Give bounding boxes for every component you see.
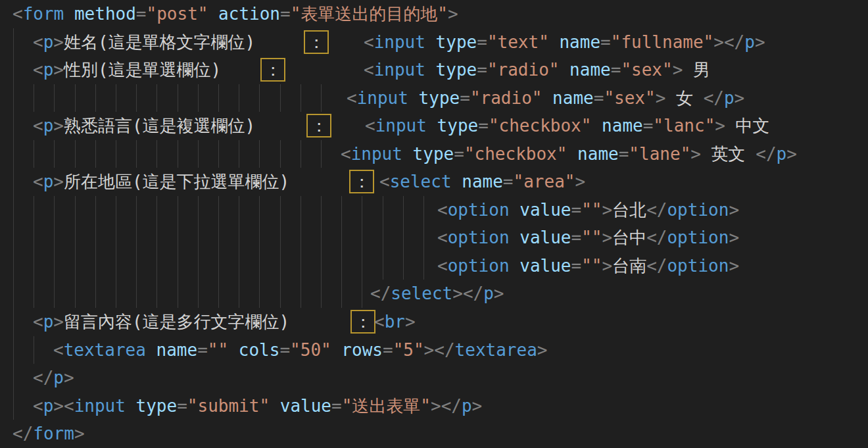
token-pun: = — [177, 396, 187, 416]
token-str: "送出表單" — [342, 396, 431, 416]
token-tag: p — [43, 32, 54, 52]
indent-guides — [13, 392, 14, 420]
code-line-9[interactable]: <option value="">台中</option> — [0, 224, 868, 252]
token-str: "sex" — [604, 88, 655, 108]
token-txt: 中文 — [725, 116, 770, 136]
token-pun: = — [197, 340, 208, 360]
code-line-4[interactable]: <input type="radio" name="sex"> 女 </p> — [0, 84, 868, 112]
token-pun: = — [643, 116, 654, 136]
code-line-16[interactable]: </form> — [0, 420, 868, 448]
token-txt: 姓名(這是單格文字欄位) — [64, 32, 255, 52]
token-txt: 性別(這是單選欄位) — [64, 60, 221, 80]
code-segment: <option value="">台中</option> — [437, 224, 739, 252]
token-txt: ： — [264, 60, 281, 80]
code-segment: <option value="">台北</option> — [437, 196, 739, 224]
token-pun: < — [347, 88, 357, 108]
code-segment: <textarea name="" cols="50" rows="5"></t… — [53, 336, 547, 364]
token-sp — [425, 60, 436, 80]
token-str: "area" — [514, 172, 575, 191]
token-pun: </ — [704, 88, 724, 108]
token-pun: > — [64, 368, 74, 387]
token-pun: < — [33, 312, 43, 332]
token-str: "text" — [487, 32, 549, 52]
token-txt: 女 — [665, 88, 703, 108]
token-tag: input — [374, 32, 425, 52]
indent-guides — [13, 308, 14, 336]
token-txt: 男 — [683, 60, 710, 80]
code-line-1[interactable]: <form method="post" action="表單送出的目的地"> — [0, 0, 868, 28]
code-line-10[interactable]: <option value="">台南</option> — [0, 252, 868, 280]
code-line-15[interactable]: <p><input type="submit" value="送出表單"></p… — [0, 392, 868, 420]
token-attr: type — [136, 396, 178, 416]
code-line-11[interactable]: </select></p> — [0, 280, 868, 308]
indent-guides — [13, 56, 14, 84]
token-pun: > — [602, 228, 612, 247]
token-pun: </ — [646, 256, 667, 276]
token-sp — [126, 396, 136, 416]
token-sp — [510, 200, 520, 220]
token-str: "post" — [147, 4, 208, 24]
token-attr: rows — [341, 340, 383, 360]
token-attr: name — [569, 60, 611, 80]
token-pun: < — [364, 32, 374, 52]
token-pun: = — [136, 4, 147, 24]
unicode-highlight-box: ： — [260, 58, 285, 82]
token-str: "checkbox" — [464, 144, 567, 164]
code-editor[interactable]: <form method="post" action="表單送出的目的地"><p… — [0, 0, 868, 448]
token-sp — [559, 60, 569, 80]
unicode-highlight-box: ： — [304, 30, 329, 54]
unicode-highlight-box: ： — [349, 170, 374, 193]
token-pun: = — [383, 340, 393, 360]
code-segment: </select></p> — [370, 280, 504, 308]
token-pun: < — [341, 144, 351, 164]
code-line-3[interactable]: <p>性別(這是單選欄位)：<input type="radio" name="… — [0, 56, 868, 84]
token-pun: = — [503, 172, 514, 191]
token-pun: > — [494, 284, 504, 303]
token-pun: = — [478, 116, 489, 136]
code-line-6[interactable]: <input type="checkbox" name="lane"> 英文 <… — [0, 140, 868, 168]
code-line-14[interactable]: </p> — [0, 364, 868, 392]
token-pun: </ — [441, 396, 462, 416]
code-segment: <input type="radio" name="sex"> 女 </p> — [347, 84, 744, 112]
token-sp — [270, 396, 280, 416]
token-pun: = — [600, 32, 611, 52]
token-tag: textarea — [64, 340, 146, 360]
code-line-12[interactable]: <p>留言內容(這是多行文字欄位)：<br> — [0, 308, 868, 336]
token-txt: 台北 — [612, 200, 646, 220]
token-pun: < — [33, 396, 43, 416]
token-pun: > — [729, 256, 739, 276]
token-attr: cols — [239, 340, 280, 360]
token-txt: 台中 — [612, 228, 646, 247]
token-str: "lanc" — [653, 116, 715, 136]
indent-guides — [13, 280, 363, 308]
code-line-7[interactable]: <p>所在地區(這是下拉選單欄位)：<select name="area"> — [0, 168, 868, 196]
token-tag: option — [448, 200, 510, 220]
token-attr: value — [519, 256, 571, 276]
token-tag: p — [744, 32, 755, 52]
token-tag: p — [43, 396, 54, 416]
token-tag: select — [390, 172, 452, 191]
token-pun: </ — [724, 32, 744, 52]
token-tag: option — [667, 228, 729, 247]
code-line-8[interactable]: <option value="">台北</option> — [0, 196, 868, 224]
indent-guides — [13, 28, 14, 57]
token-pun: > — [53, 396, 64, 416]
token-sp — [425, 32, 436, 52]
token-pun: </ — [646, 200, 667, 220]
token-str: "radio" — [487, 60, 560, 80]
unicode-highlight-box: ： — [306, 114, 331, 137]
token-str: "" — [208, 340, 228, 360]
token-pun: > — [53, 312, 64, 332]
token-tag: p — [43, 312, 54, 332]
token-str: "" — [581, 200, 602, 220]
token-pun: < — [437, 256, 448, 276]
code-line-2[interactable]: <p>姓名(這是單格文字欄位)：<input type="text" name=… — [0, 28, 868, 57]
token-attr: value — [519, 228, 571, 247]
indent-guides — [13, 224, 425, 252]
token-attr: type — [413, 144, 454, 164]
token-sp — [331, 340, 342, 360]
token-sp — [427, 116, 437, 136]
code-line-13[interactable]: <textarea name="" cols="50" rows="5"></t… — [0, 336, 868, 364]
code-line-5[interactable]: <p>熟悉語言(這是複選欄位)：<input type="checkbox" n… — [0, 112, 868, 140]
token-attr: method — [74, 4, 136, 24]
